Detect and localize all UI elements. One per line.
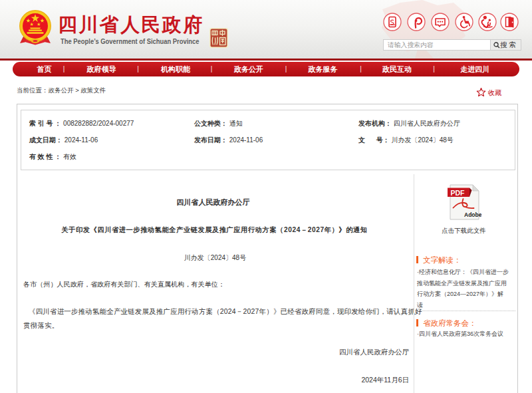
svg-text:PDF: PDF bbox=[451, 189, 466, 197]
svg-text:Adobe: Adobe bbox=[464, 211, 481, 218]
